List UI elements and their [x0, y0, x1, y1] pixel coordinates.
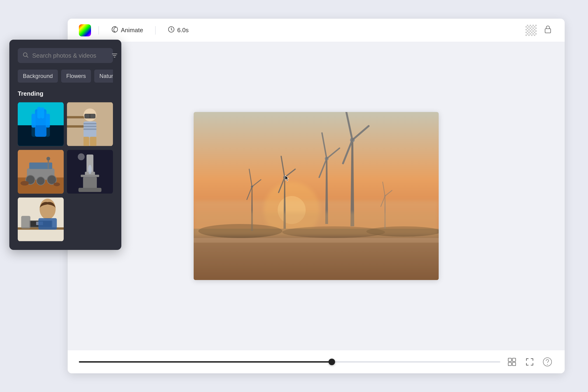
- svg-rect-60: [90, 114, 95, 118]
- timeline-track[interactable]: [79, 361, 500, 362]
- animate-label: Animate: [121, 26, 143, 34]
- svg-rect-85: [78, 188, 102, 192]
- grid-view-button[interactable]: [506, 356, 518, 368]
- category-tags: Background Flowers Nature Sur ›: [18, 70, 113, 82]
- svg-rect-39: [508, 358, 512, 362]
- expand-button[interactable]: [524, 356, 536, 368]
- sidebar-panel: Background Flowers Nature Sur › Trending: [9, 40, 121, 250]
- svg-rect-38: [194, 243, 439, 280]
- svg-rect-82: [81, 175, 99, 177]
- image-grid: [18, 102, 113, 242]
- svg-rect-93: [38, 218, 57, 230]
- svg-point-86: [78, 153, 85, 160]
- category-tag-nature[interactable]: Nature: [94, 70, 113, 82]
- svg-point-84: [88, 165, 92, 174]
- svg-rect-41: [508, 362, 512, 366]
- lock-button[interactable]: [542, 25, 554, 36]
- svg-rect-42: [512, 362, 516, 366]
- toolbar: Animate 6.0s: [68, 19, 565, 42]
- search-bar: [18, 48, 113, 63]
- toolbar-right: [526, 25, 554, 36]
- trending-label: Trending: [18, 90, 113, 97]
- search-icon: [22, 52, 29, 59]
- grid-item-rover[interactable]: [18, 150, 64, 194]
- grid-item-vr-kid[interactable]: [67, 102, 113, 146]
- grid-item-microscope[interactable]: [67, 150, 113, 194]
- animate-button[interactable]: Animate: [106, 23, 148, 37]
- svg-rect-83: [83, 177, 97, 188]
- svg-rect-37: [194, 212, 439, 236]
- duration-label: 6.0s: [177, 26, 188, 34]
- svg-rect-59: [85, 114, 90, 118]
- filter-button[interactable]: [111, 52, 118, 59]
- svg-point-44: [547, 364, 548, 365]
- svg-rect-2: [545, 29, 551, 33]
- svg-point-75: [46, 157, 50, 160]
- canvas-area: [68, 42, 565, 350]
- clock-icon: [168, 26, 175, 34]
- editor-window: Animate 6.0s: [68, 19, 565, 373]
- svg-rect-74: [48, 159, 49, 169]
- svg-rect-65: [84, 137, 89, 146]
- category-tag-flowers[interactable]: Flowers: [61, 70, 91, 82]
- category-tag-background[interactable]: Background: [18, 70, 58, 82]
- help-button[interactable]: [541, 356, 554, 368]
- animate-icon: [111, 26, 118, 35]
- checkerboard-icon: [526, 25, 537, 36]
- checkerboard-button[interactable]: [526, 25, 537, 36]
- svg-rect-66: [90, 137, 96, 146]
- timeline-thumb[interactable]: [328, 359, 335, 365]
- svg-rect-56: [67, 125, 86, 128]
- bottom-bar: [68, 350, 565, 373]
- grid-item-office-woman[interactable]: [18, 197, 64, 242]
- canvas-image[interactable]: [194, 112, 439, 280]
- grid-item-hand[interactable]: [18, 102, 64, 146]
- svg-rect-63: [84, 126, 96, 127]
- search-input[interactable]: [32, 52, 108, 59]
- duration-button[interactable]: 6.0s: [163, 24, 193, 37]
- timeline-progress: [79, 361, 332, 362]
- svg-point-77: [54, 182, 60, 186]
- svg-point-43: [543, 358, 552, 366]
- svg-rect-64: [84, 128, 96, 130]
- svg-point-92: [40, 198, 56, 219]
- svg-rect-62: [84, 123, 96, 124]
- svg-rect-55: [67, 116, 86, 118]
- lock-icon: [544, 25, 552, 36]
- app-logo[interactable]: [79, 24, 91, 36]
- toolbar-divider-2: [155, 26, 156, 34]
- svg-rect-40: [512, 358, 516, 362]
- svg-point-76: [20, 181, 29, 186]
- svg-rect-94: [21, 216, 30, 228]
- toolbar-divider: [98, 26, 99, 34]
- svg-rect-53: [32, 112, 50, 137]
- svg-point-71: [37, 177, 45, 185]
